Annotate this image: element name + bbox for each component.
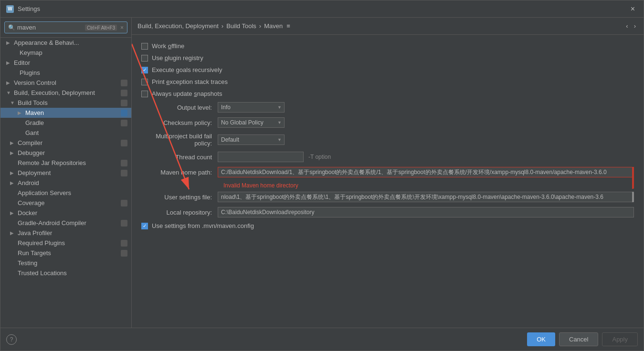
sidebar-item-editor[interactable]: ▶ Editor [0,58,131,68]
use-plugin-registry-checkbox[interactable] [141,55,148,62]
breadcrumb-part-1: Build, Execution, Deployment [137,22,219,30]
sidebar-item-trusted-locations[interactable]: Trusted Locations [0,268,131,278]
arrow-icon: ▶ [10,140,17,145]
use-mvn-config-label: Use settings from .mvn/maven.config [152,222,254,229]
output-level-label: Output level: [141,104,218,111]
close-button[interactable]: × [628,4,638,14]
thread-count-label: Thread count [141,154,218,161]
sidebar-item-java-profiler[interactable]: ▶ Java Profiler [0,228,131,238]
maven-home-error: Invalid Maven home directory [143,182,634,189]
sidebar-item-keymap[interactable]: Keymap [0,48,131,58]
badge [121,120,127,126]
breadcrumb-sep-2: › [259,22,261,30]
breadcrumb-bar: Build, Execution, Deployment › Build Too… [132,18,644,35]
arrow-icon: ▼ [10,100,17,105]
execute-goals-checkbox[interactable] [141,67,148,73]
badge [121,240,127,247]
sidebar-item-gradle[interactable]: Gradle [0,118,131,128]
arrow-icon: ▶ [10,180,17,186]
badge [121,170,127,176]
checksum-policy-row: Checksum policy: No Global Policy Strict… [141,117,634,128]
sidebar-item-coverage[interactable]: Coverage [0,198,131,208]
sidebar-item-testing[interactable]: Testing [0,258,131,268]
arrow-icon: ▶ [10,230,17,236]
maven-home-row: Maven home path: [141,167,634,177]
arrow-icon: ▶ [10,210,17,216]
user-settings-input[interactable] [218,192,634,202]
maven-home-label: Maven home path: [141,169,218,176]
sidebar-item-app-servers[interactable]: Application Servers [0,188,131,198]
sidebar-item-plugins[interactable]: Plugins [0,68,131,78]
maven-home-input[interactable] [218,167,634,177]
dialog-title: Settings [18,5,628,12]
local-repo-label: Local repository: [141,209,218,216]
multiproject-policy-select[interactable]: Default Always Never At End Immediately [218,134,285,145]
sidebar-item-docker[interactable]: ▶ Docker [0,208,131,218]
maven-home-container: Maven home path: Invalid Maven home dire… [141,167,634,189]
badge [121,200,127,206]
sidebar-item-version-control[interactable]: ▶ Version Control [0,78,131,88]
ok-button[interactable]: OK [527,332,555,346]
sidebar-item-maven[interactable]: ▶ Maven [0,108,131,118]
output-level-row: Output level: Info Debug Warn Error [141,102,634,113]
apply-button[interactable]: Apply [602,332,638,346]
breadcrumb-sep-1: › [222,22,223,30]
field-indicator [632,192,634,202]
thread-count-input[interactable] [218,152,304,162]
user-settings-label: User settings file: [141,194,218,201]
breadcrumb-forward-button[interactable]: › [632,21,638,31]
thread-count-row: Thread count -T option [141,152,634,162]
error-indicator [632,167,634,189]
print-exceptions-checkbox[interactable] [141,79,148,85]
settings-area: Work offline Use plugin registry Execute… [132,35,644,328]
execute-goals-label: Execute goals recursively [152,66,222,73]
settings-dialog: W Settings × 🔍 Ctrl+F Alt+F3 × ▶ Appeara… [0,0,644,351]
sidebar-item-gradle-android[interactable]: Gradle-Android Compiler [0,218,131,228]
output-level-select-wrap: Info Debug Warn Error [218,102,285,113]
thread-option-label: -T option [308,154,331,160]
sidebar-item-remote-jar[interactable]: Remote Jar Repositories [0,158,131,168]
arrow-icon: ▶ [18,110,24,115]
work-offline-label: Work offline [152,42,184,50]
breadcrumb-nav: ‹ › [624,21,638,31]
arrow-icon: ▶ [10,170,17,176]
work-offline-checkbox[interactable] [141,43,148,50]
badge [121,80,127,86]
badge [121,140,127,146]
app-icon: W [6,5,14,13]
use-plugin-registry-label: Use plugin registry [152,54,203,62]
always-update-checkbox[interactable] [141,91,148,97]
breadcrumb-part-3: Maven [264,22,283,30]
breadcrumb-menu-icon[interactable]: ≡ [286,22,290,30]
shortcut-hint: Ctrl+F Alt+F3 [85,24,117,31]
multiproject-policy-select-wrap: Default Always Never At End Immediately [218,134,285,145]
local-repo-input[interactable] [218,207,634,217]
sidebar-item-run-targets[interactable]: Run Targets [0,248,131,258]
sidebar-item-deployment[interactable]: ▶ Deployment [0,168,131,178]
search-box: 🔍 Ctrl+F Alt+F3 × [0,18,131,38]
sidebar-item-appearance[interactable]: ▶ Appearance & Behavi... [0,38,131,48]
right-panel: Build, Execution, Deployment › Build Too… [132,18,644,328]
sidebar-item-android[interactable]: ▶ Android [0,178,131,188]
cancel-button[interactable]: Cancel [559,332,598,346]
search-clear-button[interactable]: × [120,24,124,31]
arrow-icon: ▶ [6,40,13,45]
sidebar-item-required-plugins[interactable]: Required Plugins [0,238,131,248]
bottom-actions: OK Cancel Apply [527,332,638,346]
help-button[interactable]: ? [6,334,17,345]
use-mvn-config-row: Use settings from .mvn/maven.config [141,222,634,229]
badge [121,160,127,166]
breadcrumb-back-button[interactable]: ‹ [624,21,630,31]
checksum-policy-select[interactable]: No Global Policy Strict Warn Ignore [218,117,285,128]
sidebar-item-build-exec-deploy[interactable]: ▼ Build, Execution, Deployment [0,88,131,98]
arrow-icon: ▶ [6,80,13,85]
use-mvn-config-checkbox[interactable] [141,223,148,229]
sidebar-item-build-tools[interactable]: ▼ Build Tools [0,98,131,108]
sidebar-item-debugger[interactable]: ▶ Debugger [0,148,131,158]
main-content: 🔍 Ctrl+F Alt+F3 × ▶ Appearance & Behavi.… [0,18,644,328]
bottom-bar: ? OK Cancel Apply [0,328,644,351]
badge [121,220,127,227]
sidebar-item-compiler[interactable]: ▶ Compiler [0,138,131,148]
output-level-select[interactable]: Info Debug Warn Error [218,102,285,113]
sidebar-item-gant[interactable]: Gant [0,128,131,138]
